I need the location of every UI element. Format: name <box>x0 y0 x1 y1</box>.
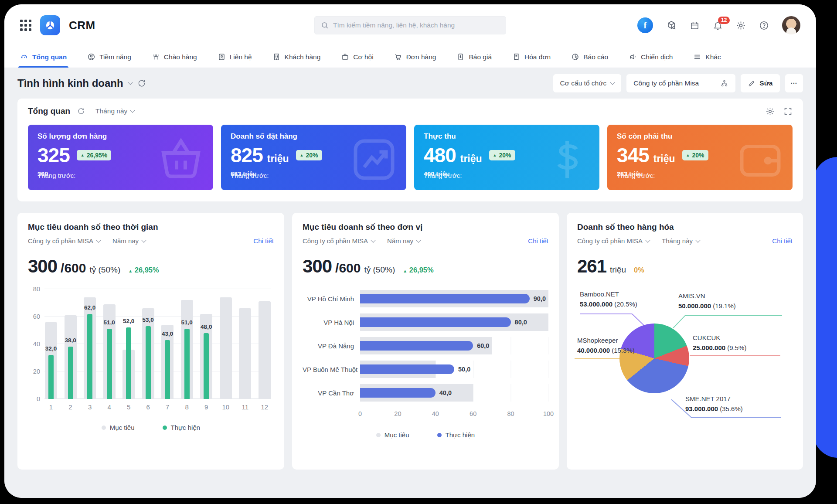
kpi-card-3[interactable]: Số còn phải thu345triệu▲20%Tháng trước: … <box>607 125 793 190</box>
actual-bar <box>204 333 209 399</box>
briefcase-icon <box>341 53 349 61</box>
detail-link[interactable]: Chi tiết <box>528 237 548 245</box>
period-filter[interactable]: Tháng này <box>662 237 700 245</box>
menu-icon <box>693 53 701 61</box>
x-axis-tick: 1 <box>44 403 58 411</box>
edit-button[interactable]: Sửa <box>741 74 779 92</box>
category-label: VP Hồ Chí Minh <box>303 295 360 303</box>
summary-delta: ▲ 26,95% <box>128 266 159 274</box>
hbar-row[interactable]: VP Hà Nội80,0 <box>303 313 548 331</box>
tab-11[interactable]: Khác <box>693 46 721 68</box>
legend-dot-icon <box>163 426 167 430</box>
actual-bar <box>360 364 454 374</box>
bar-group-month-9[interactable]: 48,0 <box>200 289 213 399</box>
cart-icon <box>394 53 402 61</box>
tab-10[interactable]: Chiến dịch <box>629 46 673 68</box>
bar-group-month-7[interactable]: 43,0 <box>161 289 174 399</box>
summary-delta: ▲ 26,95% <box>403 266 433 274</box>
tab-7[interactable]: Báo giá <box>456 46 492 68</box>
tab-6[interactable]: Đơn hàng <box>394 46 436 68</box>
tab-9[interactable]: Báo cáo <box>571 46 608 68</box>
bar-value-label: 38,0 <box>65 337 76 344</box>
tab-0[interactable]: Tổng quan <box>20 46 67 68</box>
dollar-icon <box>541 133 593 187</box>
global-search[interactable] <box>314 16 506 34</box>
hbar-row[interactable]: VP Hồ Chí Minh90,0 <box>303 290 548 307</box>
bar-group-month-11[interactable] <box>238 289 252 399</box>
bar-group-month-1[interactable]: 32,0 <box>44 289 58 399</box>
bar-group-month-3[interactable]: 62,0 <box>83 289 96 399</box>
bar-group-month-12[interactable] <box>258 289 271 399</box>
actual-bar <box>126 327 131 399</box>
bar-group-month-2[interactable]: 38,0 <box>64 289 77 399</box>
kpi-card-1[interactable]: Doanh số đặt hàng825triệu▲20%Tháng trước… <box>221 125 406 190</box>
legend-item[interactable]: Mục tiêu <box>376 431 409 439</box>
more-button[interactable]: ··· <box>785 74 803 92</box>
bar-group-month-10[interactable] <box>219 289 232 399</box>
legend-item[interactable]: Thực hiện <box>437 431 475 439</box>
overview-section: Tổng quan Tháng này <box>17 99 803 201</box>
gear-icon[interactable] <box>736 20 746 31</box>
section-settings-gear-icon[interactable] <box>766 107 775 116</box>
org-structure-select[interactable]: Cơ cấu tổ chức <box>553 74 622 92</box>
pie-leader-line <box>575 358 620 359</box>
refresh-icon[interactable] <box>77 107 85 115</box>
tab-label: Cơ hội <box>353 53 373 61</box>
bar-group-month-4[interactable]: 51,0 <box>103 289 116 399</box>
chart-card-sales-by-unit: Mục tiêu doanh số theo đơn vị Công ty cổ… <box>292 213 559 470</box>
company-filter[interactable]: Công ty cổ phần MISA <box>303 237 375 245</box>
hbar-row[interactable]: VP Đà Nẵng60,0 <box>303 337 548 354</box>
kpi-unit: triệu <box>267 153 289 165</box>
pie-leader-line <box>580 313 632 314</box>
help-icon[interactable] <box>759 20 769 31</box>
refresh-icon[interactable] <box>137 79 146 88</box>
bar-group-month-5[interactable]: 52,0 <box>122 289 135 399</box>
company-picker[interactable]: Công ty cổ phần Misa <box>626 74 735 92</box>
card-title: Mục tiêu doanh số theo thời gian <box>28 222 274 232</box>
chevron-down-icon <box>610 80 615 85</box>
x-axis-tick: 10 <box>219 403 232 411</box>
bar-value-label: 62,0 <box>84 304 95 311</box>
bar-group-month-8[interactable]: 51,0 <box>180 289 194 399</box>
period-filter[interactable]: Năm nay <box>387 237 420 245</box>
tab-4[interactable]: Khách hàng <box>272 46 321 68</box>
actual-bar <box>360 388 436 398</box>
company-filter[interactable]: Công ty cổ phần MISA <box>28 237 100 245</box>
detail-link[interactable]: Chi tiết <box>253 237 274 245</box>
x-axis-tick: 7 <box>161 403 174 411</box>
actual-bar <box>48 355 54 399</box>
expand-fullscreen-icon[interactable] <box>783 107 793 116</box>
bar-group-month-6[interactable]: 53,0 <box>142 289 155 399</box>
legend-item[interactable]: Mục tiêu <box>102 424 135 431</box>
app-grid-icon[interactable] <box>20 20 31 31</box>
bar-value-label: 60,0 <box>477 342 489 349</box>
chevron-down-icon[interactable] <box>128 80 133 85</box>
kpi-card-2[interactable]: Thực thu480triệu▲20%Tháng trước: 400 tri… <box>414 125 599 190</box>
tab-5[interactable]: Cơ hội <box>341 46 373 68</box>
gridline <box>44 316 271 317</box>
facebook-icon[interactable]: f <box>637 17 653 33</box>
hbar-row[interactable]: VP Cần Thơ40,0 <box>303 384 548 402</box>
hbar-row[interactable]: VP Buôn Mê Thuột50,0 <box>303 361 548 378</box>
bell-icon[interactable]: 12 <box>713 20 723 31</box>
user-avatar[interactable] <box>782 16 800 34</box>
pie[interactable] <box>619 324 689 393</box>
company-filter[interactable]: Công ty cổ phần MISA <box>577 237 650 245</box>
tab-3[interactable]: Liên hệ <box>218 46 252 68</box>
tab-1[interactable]: Tiềm năng <box>87 46 131 68</box>
notification-badge: 12 <box>718 17 730 24</box>
search-input[interactable] <box>333 21 500 29</box>
tab-2[interactable]: Chào hàng <box>152 46 197 68</box>
detail-link[interactable]: Chi tiết <box>772 237 793 245</box>
org-chart-icon <box>720 79 728 88</box>
period-filter[interactable]: Năm nay <box>112 237 146 245</box>
product-search-icon[interactable] <box>666 20 677 31</box>
summary-delta: 0% <box>634 266 644 274</box>
legend-item[interactable]: Thực hiện <box>163 424 201 431</box>
tab-8[interactable]: Hóa đơn <box>512 46 551 68</box>
gridline <box>44 344 271 344</box>
gauge-icon <box>20 53 28 61</box>
period-select[interactable]: Tháng này <box>95 107 134 115</box>
kpi-card-0[interactable]: Số lượng đơn hàng325▲26,95%Tháng trước: … <box>28 125 213 190</box>
calendar-icon[interactable] <box>690 20 700 31</box>
